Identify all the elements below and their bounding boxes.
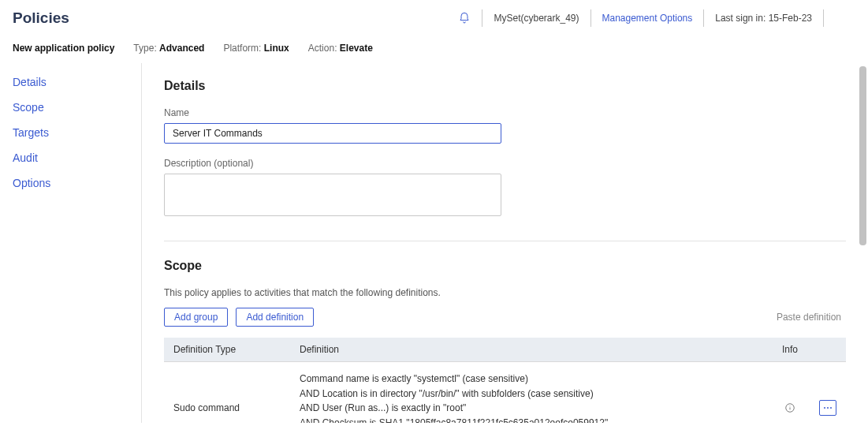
nav-audit[interactable]: Audit [13,145,141,170]
add-group-button[interactable]: Add group [164,308,228,327]
col-definition: Definition [290,338,770,362]
scope-description: This policy applies to activities that m… [164,287,846,298]
description-label: Description (optional) [164,158,846,169]
nav-scope[interactable]: Scope [13,95,141,120]
description-input[interactable] [164,174,501,216]
last-signin: Last sign in: 15-Feb-23 [715,13,812,24]
scrollbar-thumb[interactable] [859,66,866,245]
side-nav: Details Scope Targets Audit Options [0,63,142,423]
action-label: Action: [308,43,337,54]
svg-point-2 [790,406,791,407]
divider [823,9,824,27]
divider [703,9,704,27]
section-divider [164,241,846,241]
add-definition-button[interactable]: Add definition [236,308,314,327]
divider [482,9,482,27]
nav-options[interactable]: Options [13,170,141,196]
cell-definition: Command name is exactly "systemctl" (cas… [290,362,770,424]
cell-definition-type: Sudo command [164,362,290,424]
table-row: Sudo command Command name is exactly "sy… [164,362,846,424]
platform-label: Platform: [223,43,261,54]
name-input[interactable] [164,123,501,144]
nav-targets[interactable]: Targets [13,120,141,145]
type-value: Advanced [159,43,204,54]
tenant-name: MySet(cyberark_49) [494,13,579,24]
definitions-table: Definition Type Definition Info Sudo com… [164,338,846,423]
name-label: Name [164,107,846,118]
cell-actions [810,362,846,424]
row-more-button[interactable] [819,400,836,416]
context-title: New application policy [13,43,114,54]
page-title: Policies [13,9,69,27]
breadcrumb: New application policy Type: Advanced Pl… [0,36,868,63]
col-definition-type: Definition Type [164,338,290,362]
cell-info [770,362,810,424]
info-icon[interactable] [784,402,795,413]
platform-value: Linux [264,43,289,54]
type-label: Type: [133,43,156,54]
details-section-title: Details [164,79,846,93]
divider [590,9,591,27]
col-info: Info [770,338,810,362]
col-actions [810,338,846,362]
scope-section-title: Scope [164,259,846,273]
nav-details[interactable]: Details [13,69,141,95]
bell-icon[interactable] [458,12,471,24]
management-options-link[interactable]: Management Options [602,13,693,24]
paste-definition-link[interactable]: Paste definition [777,312,846,323]
action-value: Elevate [340,43,373,54]
